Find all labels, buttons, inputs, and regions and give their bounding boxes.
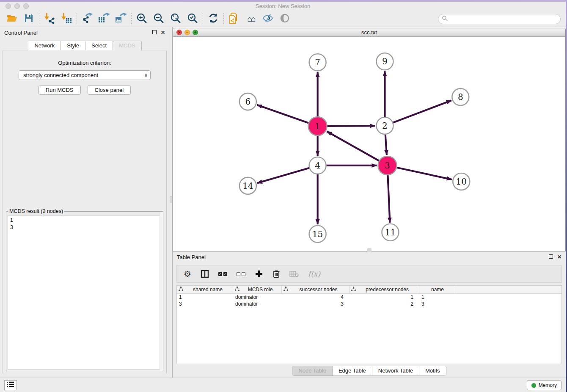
- hierarchy-icon: [235, 287, 241, 293]
- panel-splitter[interactable]: [169, 27, 173, 378]
- network-close-icon[interactable]: ✕: [176, 30, 182, 35]
- import-network-icon: [44, 13, 55, 25]
- mcds-result-list[interactable]: 1 3: [8, 215, 162, 370]
- zoom-in-icon: [136, 13, 147, 25]
- table-panel-title: Table Panel: [177, 254, 206, 260]
- sash-handle-icon[interactable]: [367, 248, 371, 251]
- tab-network-table[interactable]: Network Table: [372, 366, 419, 375]
- cell-predecessor-nodes[interactable]: 1: [350, 294, 419, 301]
- export-image-icon: [115, 13, 127, 25]
- network-window-titlebar[interactable]: ✕ − ＋ scc.txt: [173, 28, 565, 37]
- save-session-button[interactable]: [20, 12, 37, 26]
- column-header-name[interactable]: name: [419, 286, 456, 293]
- table-tabs-row: Node TableEdge TableNetwork TableMotifs: [173, 364, 566, 378]
- show-columns-icon[interactable]: [201, 270, 209, 278]
- mcds-result-box: MCDS result (2 nodes) 1 3: [6, 211, 163, 371]
- zoom-window-icon[interactable]: [23, 3, 29, 9]
- main-toolbar: ⌂⌂: [0, 11, 566, 27]
- minimize-window-icon[interactable]: [14, 3, 20, 9]
- import-network-button[interactable]: [41, 12, 58, 26]
- close-table-panel-icon[interactable]: ✕: [557, 254, 561, 259]
- table-row[interactable]: 3dominator323: [177, 301, 561, 307]
- node-table[interactable]: shared nameMCDS rolesuccessor nodesprede…: [176, 285, 562, 364]
- search-box[interactable]: [438, 14, 561, 24]
- control-panel-title: Control Panel: [4, 30, 38, 36]
- network-maximize-icon[interactable]: ＋: [193, 30, 198, 35]
- column-header-successor-nodes[interactable]: successor nodes: [282, 286, 350, 293]
- float-table-panel-icon[interactable]: [549, 254, 553, 259]
- open-session-button[interactable]: [3, 12, 20, 26]
- edge-3-10[interactable]: [387, 166, 451, 179]
- network-minimize-icon[interactable]: −: [184, 30, 190, 35]
- zoom-out-button[interactable]: [150, 12, 167, 26]
- edge-2-8[interactable]: [385, 100, 451, 126]
- task-history-button[interactable]: [4, 380, 17, 390]
- export-network-button[interactable]: [79, 12, 96, 26]
- zoom-selected-icon: [187, 13, 198, 25]
- hide-panels-button[interactable]: [259, 12, 276, 26]
- clone-network-button[interactable]: [226, 12, 242, 26]
- toolbar-separator: [39, 13, 39, 25]
- result-scrollbar[interactable]: [160, 212, 163, 371]
- zoom-fit-button[interactable]: [167, 12, 184, 26]
- control-panel: Control Panel ✕ NetworkStyleSelectMCDS O…: [0, 27, 169, 378]
- show-panels-button[interactable]: [276, 12, 293, 26]
- delete-column-trash-icon[interactable]: [272, 270, 280, 278]
- tab-style[interactable]: Style: [61, 41, 85, 50]
- add-column-icon[interactable]: [255, 270, 263, 278]
- run-mcds-button[interactable]: Run MCDS: [39, 85, 81, 95]
- cell-successor-nodes[interactable]: 3: [282, 301, 350, 307]
- close-panel-button[interactable]: Close panel: [88, 85, 131, 95]
- column-header-MCDS-role[interactable]: MCDS role: [233, 286, 282, 293]
- export-image-button[interactable]: [113, 12, 129, 26]
- network-canvas[interactable]: 7968124314101511: [173, 37, 565, 251]
- zoom-in-button[interactable]: [133, 12, 150, 26]
- save-floppy-icon: [24, 13, 34, 25]
- cell-name[interactable]: 3: [419, 301, 456, 307]
- tab-node-table[interactable]: Node Table: [292, 366, 333, 375]
- tab-mcds[interactable]: MCDS: [113, 41, 141, 50]
- open-folder-icon: [6, 13, 17, 25]
- cell-predecessor-nodes[interactable]: 2: [350, 301, 419, 307]
- table-settings-gear-icon[interactable]: ⚙: [184, 270, 191, 278]
- cell-MCDS-role[interactable]: dominator: [233, 301, 282, 307]
- column-header-shared-name[interactable]: shared name: [177, 286, 233, 293]
- node-label-15: 15: [312, 229, 323, 239]
- cell-successor-nodes[interactable]: 4: [282, 294, 350, 301]
- mcds-result-title: MCDS result (2 nodes): [8, 208, 64, 214]
- unselect-all-columns-icon[interactable]: [237, 272, 245, 276]
- app-window: Session: New Session: [0, 2, 566, 392]
- column-header-predecessor-nodes[interactable]: predecessor nodes: [350, 286, 419, 293]
- zoom-fit-icon: [170, 13, 181, 25]
- tab-select[interactable]: Select: [85, 41, 113, 50]
- tab-edge-table[interactable]: Edge Table: [333, 366, 372, 375]
- tab-motifs[interactable]: Motifs: [419, 366, 446, 375]
- memory-button[interactable]: Memory: [527, 380, 561, 390]
- edge-4-14[interactable]: [257, 166, 318, 183]
- float-panel-icon[interactable]: [152, 30, 157, 35]
- search-input[interactable]: [448, 16, 557, 22]
- cell-shared-name[interactable]: 3: [177, 301, 233, 307]
- export-table-button[interactable]: [96, 12, 113, 26]
- cell-shared-name[interactable]: 1: [177, 294, 233, 301]
- window-controls: [6, 3, 29, 9]
- zoom-selected-button[interactable]: [184, 12, 201, 26]
- cell-name[interactable]: 1: [419, 294, 456, 301]
- table-row[interactable]: 1dominator411: [177, 294, 561, 301]
- import-table-button[interactable]: [58, 12, 75, 26]
- select-all-columns-icon[interactable]: ✓✓: [218, 272, 227, 276]
- splitter-handle-icon[interactable]: [170, 196, 172, 203]
- node-label-10: 10: [456, 177, 467, 187]
- edge-3-1[interactable]: [327, 131, 387, 166]
- close-window-icon[interactable]: [6, 3, 11, 9]
- home-icon: ⌂⌂: [248, 15, 255, 23]
- apply-layout-button[interactable]: [205, 12, 222, 26]
- tab-network[interactable]: Network: [28, 41, 61, 50]
- close-panel-icon[interactable]: ✕: [161, 30, 165, 35]
- criterion-dropdown[interactable]: strongly connected component ▲▼: [19, 70, 151, 80]
- refresh-icon: [208, 13, 219, 25]
- network-graph[interactable]: 7968124314101511: [173, 37, 565, 251]
- control-panel-tabs: NetworkStyleSelectMCDS: [0, 41, 169, 50]
- cell-MCDS-role[interactable]: dominator: [233, 294, 282, 301]
- network-overview-button[interactable]: ⌂⌂: [242, 12, 259, 26]
